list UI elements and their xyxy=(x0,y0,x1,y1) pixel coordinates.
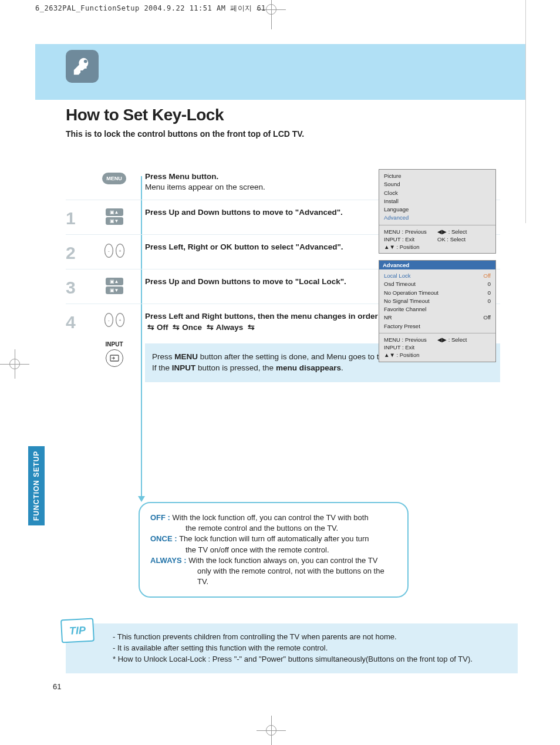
page-number: 61 xyxy=(53,682,61,691)
tip-line: - This function prevents children from c… xyxy=(113,632,510,643)
osd-item: Install xyxy=(384,197,491,205)
osd-row: NROff xyxy=(384,313,491,322)
svg-text:-: - xyxy=(108,318,109,322)
osd-row: No Operation Timeout0 xyxy=(384,289,491,297)
callout-text: only with the remote control, not with t… xyxy=(150,566,397,587)
title-block: How to Set Key-Lock This is to lock the … xyxy=(66,106,512,139)
osd-item: Clock xyxy=(384,189,491,197)
osd-footer: MENU : Previous◀▶ : Select INPUT : Exit … xyxy=(379,333,495,362)
osd-item: Picture xyxy=(384,172,491,180)
osd-row: Favorite Channel xyxy=(384,305,491,313)
callout-text: With the lock function off, you can cont… xyxy=(173,513,369,522)
step-number: 2 xyxy=(66,244,83,262)
osd-row: Local LockOff xyxy=(384,272,491,280)
step-text: Press Menu button. xyxy=(145,172,218,181)
callout-text: With the lock function always on, you ca… xyxy=(188,556,377,565)
seq-arrow-icon: ⇆ xyxy=(173,322,180,333)
tip-badge: TIP xyxy=(60,618,95,643)
step-text: Menu items appear on the screen. xyxy=(145,183,265,191)
osd-header: Advanced xyxy=(379,261,495,269)
step-number: 1 xyxy=(66,210,83,227)
osd-row: No Signal Timeout0 xyxy=(384,297,491,305)
seq-val: Off xyxy=(157,323,168,332)
updown-icon: ▣▲▣▼ xyxy=(106,278,123,294)
menu-button-icon: MENU xyxy=(102,173,126,184)
seq-val: Always xyxy=(216,323,244,332)
callout-box: OFF : With the lock function off, you ca… xyxy=(139,502,409,598)
header-stamp: 6_2632PAL_FunctionSetup 2004.9.22 11:51 … xyxy=(35,4,266,14)
callout-label: ALWAYS : xyxy=(150,556,188,565)
seq-arrow-icon: ⇆ xyxy=(248,322,255,333)
osd-item: Language xyxy=(384,205,491,214)
osd-row: Factory Preset xyxy=(384,322,491,331)
osd-footer: MENU : Previous◀▶ : Select INPUT : ExitO… xyxy=(379,225,495,254)
callout-text: The lock function will turn off automati… xyxy=(179,534,369,543)
step-number: 3 xyxy=(66,279,83,296)
tip-line: * How to Unlock Local-Lock : Press "-" a… xyxy=(113,654,510,665)
osd-row: Osd Timeout0 xyxy=(384,280,491,288)
osd-item: Sound xyxy=(384,180,491,188)
seq-arrow-icon: ⇆ xyxy=(207,322,214,333)
callout-label: OFF : xyxy=(150,513,173,522)
svg-text:+: + xyxy=(119,249,121,253)
leftright-icon: -+ xyxy=(103,312,126,328)
tip-line: - It is available after setting this fun… xyxy=(113,643,510,654)
osd-item-selected: Advanced xyxy=(384,214,491,222)
callout-label: ONCE : xyxy=(150,534,179,543)
step-text: Press Left and Right buttons, then the m… xyxy=(145,312,404,321)
leftright-icon: -+ xyxy=(103,243,126,258)
osd-menu-advanced: Advanced Local LockOffOsd Timeout0No Ope… xyxy=(379,260,496,362)
callout-text: the remote control and the buttons on th… xyxy=(150,523,397,534)
key-icon xyxy=(66,50,99,83)
page-subtitle: This is to lock the control buttons on t… xyxy=(66,129,512,139)
page-title: How to Set Key-Lock xyxy=(66,106,512,124)
tip-box: TIP - This function prevents children fr… xyxy=(66,623,518,673)
osd-menu-main: Picture Sound Clock Install Language Adv… xyxy=(379,169,496,254)
seq-arrow-icon: ⇆ xyxy=(147,322,154,333)
input-label: INPUT xyxy=(106,341,123,348)
svg-text:-: - xyxy=(108,249,109,253)
step-number: 4 xyxy=(66,313,83,331)
svg-text:+: + xyxy=(119,318,121,322)
seq-val: Once xyxy=(182,323,202,332)
input-icon xyxy=(106,349,123,367)
callout-text: the TV on/off once with the remote contr… xyxy=(150,545,397,555)
side-tab: FUNCTION SETUP xyxy=(28,446,45,525)
updown-icon: ▣▲▣▼ xyxy=(106,208,123,225)
header-banner xyxy=(35,44,525,100)
